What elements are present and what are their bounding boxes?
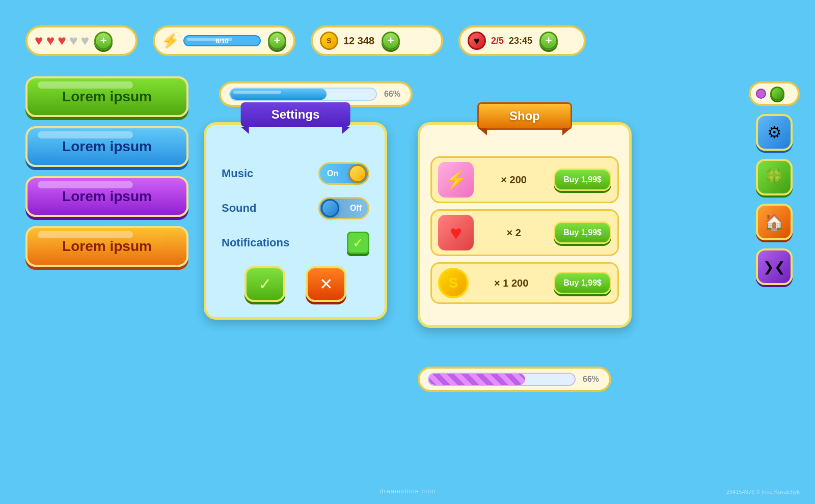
shop-ribbon: Shop: [477, 102, 572, 130]
energy-label: 6/10: [215, 37, 228, 45]
shop-coin-qty: × 1 200: [475, 277, 548, 289]
clover-icon: 🍀: [764, 167, 784, 187]
blue-button[interactable]: Lorem ipsum: [25, 126, 188, 167]
heart-empty-1: ♥: [69, 33, 78, 49]
sound-label: Sound: [222, 202, 256, 215]
lives-heart-icon: ♥: [468, 32, 486, 50]
progress-track-blue: [229, 88, 377, 101]
lives-count: 2/5: [491, 36, 504, 46]
shop-heart-qty: × 2: [480, 227, 548, 239]
lives-plus-button[interactable]: +: [94, 32, 113, 50]
shop-energy-qty: × 200: [480, 174, 548, 186]
progress-fill-blue: [230, 89, 327, 100]
house-button[interactable]: 🏠: [756, 204, 793, 240]
watermark2: 264154376 © Inna Kovalchyk: [726, 489, 800, 495]
share-button[interactable]: ❯❮: [756, 248, 793, 285]
settings-action-row: ✓ ✕: [222, 266, 369, 302]
notifications-check[interactable]: ✓: [347, 232, 369, 254]
shop-energy-icon: ⚡: [438, 162, 474, 198]
music-toggle-thumb: [348, 164, 367, 183]
gear-icon: ⚙: [767, 123, 782, 142]
progress-track-purple: [428, 373, 576, 386]
coins-plus-button[interactable]: +: [382, 32, 400, 50]
music-toggle-label: On: [327, 169, 338, 178]
lives-bar: ♥ ♥ ♥ ♥ ♥ +: [25, 25, 138, 56]
energy-bar: ⚡ 6/10 +: [153, 25, 295, 56]
coin-count: 12 348: [343, 35, 374, 47]
timer-text: 23:45: [509, 36, 532, 46]
shop-energy-buy-button[interactable]: Buy 1,99$: [554, 169, 611, 191]
shop-coin-buy-button[interactable]: Buy 1,99$: [554, 272, 611, 294]
lives-timer-plus-button[interactable]: +: [539, 32, 558, 50]
energy-fill: 6/10: [183, 35, 261, 46]
heart-full-2: ♥: [46, 33, 55, 49]
coins-bar: S 12 348 +: [311, 25, 443, 56]
energy-plus-button[interactable]: +: [268, 32, 286, 50]
shop-item-energy: ⚡ × 200 Buy 1,99$: [430, 156, 619, 203]
heart-full-3: ♥: [58, 33, 66, 49]
heart-empty-2: ♥: [81, 33, 90, 49]
shop-item-heart: ♥ × 2 Buy 1,99$: [430, 209, 619, 256]
left-buttons: Lorem ipsum Lorem ipsum Lorem ipsum Lore…: [25, 76, 188, 267]
toggle-dot-green: [770, 87, 784, 101]
sound-setting-row: Sound Off: [222, 197, 369, 219]
coin-icon: S: [320, 32, 338, 50]
settings-ribbon: Settings: [241, 102, 350, 127]
sound-toggle-label: Off: [350, 204, 362, 213]
music-setting-row: Music On: [222, 162, 369, 185]
progress-percent-blue: 66%: [384, 90, 402, 99]
notifications-setting-row: Notifications ✓: [222, 232, 369, 254]
music-label: Music: [222, 167, 253, 180]
lives-timer-bar: ♥ 2/5 23:45 +: [458, 25, 586, 56]
green-button[interactable]: Lorem ipsum: [25, 76, 188, 117]
heart-full-1: ♥: [35, 33, 43, 49]
toggle-dot-purple: [756, 89, 766, 99]
settings-cancel-button[interactable]: ✕: [306, 266, 346, 302]
progress-fill-purple: [429, 374, 525, 385]
shop-coin-icon: S: [438, 268, 469, 298]
shop-heart-icon: ♥: [438, 215, 474, 250]
notifications-label: Notifications: [222, 236, 289, 249]
progress-percent-purple: 66%: [583, 375, 601, 384]
share-icon: ❯❮: [763, 259, 785, 275]
shop-panel: Shop ⚡ × 200 Buy 1,99$ ♥ × 2 Buy 1,99$ S…: [418, 122, 632, 328]
small-toggle[interactable]: [749, 81, 800, 106]
orange-button[interactable]: Lorem ipsum: [25, 226, 188, 267]
purple-button[interactable]: Lorem ipsum: [25, 176, 188, 217]
shop-heart-buy-button[interactable]: Buy 1,99$: [554, 221, 611, 244]
bolt-icon: ⚡: [162, 33, 178, 49]
music-toggle[interactable]: On: [318, 162, 369, 185]
settings-confirm-button[interactable]: ✓: [244, 266, 285, 302]
right-icons: ⚙ 🍀 🏠 ❯❮: [749, 81, 800, 285]
settings-panel: Settings Music On Sound Off Notification…: [204, 122, 387, 320]
sound-toggle[interactable]: Off: [318, 197, 369, 219]
top-bars: ♥ ♥ ♥ ♥ ♥ + ⚡ 6/10 + S 12 348 + ♥ 2/5 23…: [25, 25, 586, 56]
clover-button[interactable]: 🍀: [756, 159, 793, 195]
shop-item-coin: S × 1 200 Buy 1,99$: [430, 262, 619, 304]
sound-toggle-thumb: [321, 199, 339, 217]
progress-bar-purple: 66%: [418, 367, 611, 392]
gear-button[interactable]: ⚙: [756, 114, 793, 151]
house-icon: 🏠: [764, 212, 784, 232]
watermark: dreamstime.com: [379, 487, 436, 495]
